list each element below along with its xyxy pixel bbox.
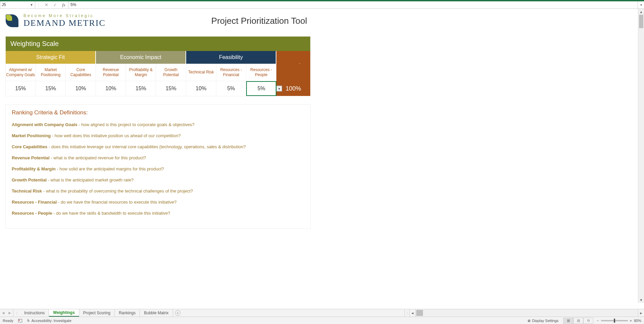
formula-value: 5% bbox=[70, 2, 76, 7]
name-box[interactable]: J5 ▼ bbox=[0, 1, 35, 9]
formula-bar-separator: ⋮ bbox=[35, 3, 42, 7]
formula-input[interactable]: 5% bbox=[68, 1, 638, 9]
expand-formula-bar-icon[interactable]: ▾ bbox=[638, 3, 644, 7]
accept-formula-button[interactable]: ✓ bbox=[51, 1, 59, 9]
cell-reference: J5 bbox=[2, 2, 6, 7]
cancel-formula-button[interactable]: ✕ bbox=[42, 1, 51, 9]
name-box-dropdown-icon[interactable]: ▼ bbox=[30, 3, 34, 7]
formula-bar: J5 ▼ ⋮ ✕ ✓ fx 5% ▾ bbox=[0, 1, 644, 9]
fx-icon[interactable]: fx bbox=[59, 1, 68, 9]
